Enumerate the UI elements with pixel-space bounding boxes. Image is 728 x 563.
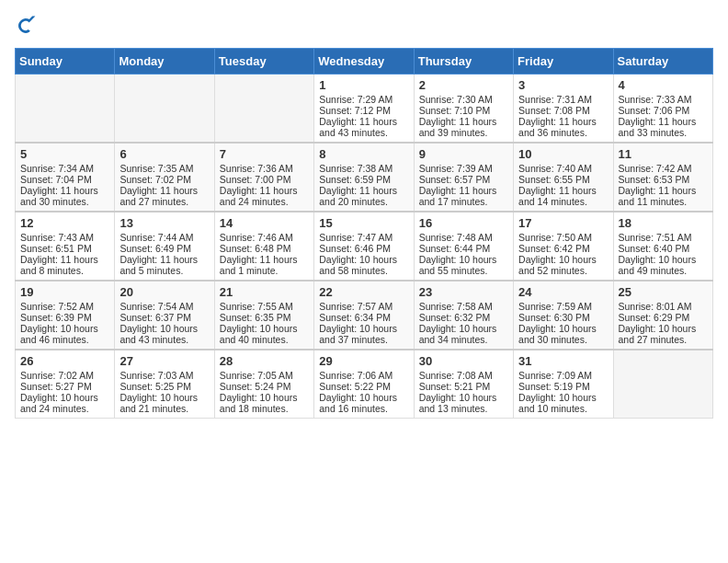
calendar-day-cell: 4Sunrise: 7:33 AMSunset: 7:06 PMDaylight… <box>613 75 712 144</box>
daylight-text: Daylight: 10 hours and 30 minutes. <box>518 323 608 345</box>
day-number: 25 <box>619 285 708 299</box>
page-header <box>15 15 713 37</box>
sunrise-text: Sunrise: 7:48 AM <box>419 232 508 243</box>
sunrise-text: Sunrise: 7:54 AM <box>119 301 209 312</box>
daylight-text: Daylight: 10 hours and 16 minutes. <box>319 392 408 414</box>
sunset-text: Sunset: 5:25 PM <box>119 381 209 392</box>
sunset-text: Sunset: 5:21 PM <box>419 381 508 392</box>
day-number: 2 <box>419 78 508 92</box>
sunset-text: Sunset: 6:29 PM <box>619 312 708 323</box>
sunset-text: Sunset: 6:32 PM <box>419 312 508 323</box>
daylight-text: Daylight: 11 hours and 27 minutes. <box>119 185 209 207</box>
daylight-text: Daylight: 10 hours and 43 minutes. <box>119 323 209 345</box>
day-number: 24 <box>518 285 608 299</box>
daylight-text: Daylight: 10 hours and 37 minutes. <box>319 323 408 345</box>
sunrise-text: Sunrise: 7:34 AM <box>20 163 109 174</box>
day-number: 20 <box>119 285 209 299</box>
sunrise-text: Sunrise: 7:59 AM <box>518 301 608 312</box>
daylight-text: Daylight: 10 hours and 24 minutes. <box>20 392 109 414</box>
sunset-text: Sunset: 6:55 PM <box>518 174 608 185</box>
sunrise-text: Sunrise: 7:02 AM <box>20 370 109 381</box>
daylight-text: Daylight: 11 hours and 30 minutes. <box>20 185 109 207</box>
calendar-day-cell: 3Sunrise: 7:31 AMSunset: 7:08 PMDaylight… <box>514 75 613 144</box>
daylight-text: Daylight: 11 hours and 17 minutes. <box>419 185 508 207</box>
sunset-text: Sunset: 7:04 PM <box>20 174 109 185</box>
sunset-text: Sunset: 6:57 PM <box>419 174 508 185</box>
calendar-week-row: 26Sunrise: 7:02 AMSunset: 5:27 PMDayligh… <box>16 350 713 419</box>
sunset-text: Sunset: 6:30 PM <box>518 312 608 323</box>
sunrise-text: Sunrise: 7:31 AM <box>518 94 608 105</box>
calendar-day-cell: 9Sunrise: 7:39 AMSunset: 6:57 PMDaylight… <box>414 143 513 212</box>
sunset-text: Sunset: 5:24 PM <box>220 381 309 392</box>
daylight-text: Daylight: 10 hours and 55 minutes. <box>419 254 508 276</box>
day-header: Thursday <box>414 49 513 75</box>
day-number: 21 <box>220 285 309 299</box>
sunset-text: Sunset: 6:44 PM <box>419 243 508 254</box>
day-number: 6 <box>119 147 209 161</box>
day-number: 23 <box>419 285 508 299</box>
daylight-text: Daylight: 10 hours and 40 minutes. <box>220 323 309 345</box>
day-number: 14 <box>220 216 309 230</box>
day-number: 5 <box>20 147 109 161</box>
calendar-day-cell: 29Sunrise: 7:06 AMSunset: 5:22 PMDayligh… <box>314 350 414 419</box>
sunrise-text: Sunrise: 7:33 AM <box>619 94 708 105</box>
day-number: 9 <box>419 147 508 161</box>
calendar-day-cell <box>214 75 313 144</box>
sunset-text: Sunset: 7:10 PM <box>419 105 508 116</box>
calendar-header-row: SundayMondayTuesdayWednesdayThursdayFrid… <box>16 49 713 75</box>
sunset-text: Sunset: 6:37 PM <box>119 312 209 323</box>
calendar-day-cell: 28Sunrise: 7:05 AMSunset: 5:24 PMDayligh… <box>214 350 313 419</box>
day-number: 3 <box>518 78 608 92</box>
day-number: 15 <box>319 216 408 230</box>
calendar-day-cell <box>115 75 214 144</box>
calendar-day-cell: 5Sunrise: 7:34 AMSunset: 7:04 PMDaylight… <box>16 143 115 212</box>
day-header: Monday <box>115 49 214 75</box>
calendar-day-cell: 20Sunrise: 7:54 AMSunset: 6:37 PMDayligh… <box>115 281 214 350</box>
day-number: 8 <box>319 147 408 161</box>
sunrise-text: Sunrise: 7:40 AM <box>518 163 608 174</box>
calendar-day-cell <box>613 350 712 419</box>
daylight-text: Daylight: 10 hours and 52 minutes. <box>518 254 608 276</box>
sunset-text: Sunset: 6:59 PM <box>319 174 408 185</box>
daylight-text: Daylight: 11 hours and 11 minutes. <box>619 185 708 207</box>
day-number: 27 <box>119 354 209 368</box>
calendar-day-cell: 11Sunrise: 7:42 AMSunset: 6:53 PMDayligh… <box>613 143 712 212</box>
daylight-text: Daylight: 10 hours and 34 minutes. <box>419 323 508 345</box>
sunset-text: Sunset: 7:06 PM <box>619 105 708 116</box>
calendar-day-cell: 2Sunrise: 7:30 AMSunset: 7:10 PMDaylight… <box>414 75 513 144</box>
sunrise-text: Sunrise: 7:50 AM <box>518 232 608 243</box>
day-number: 30 <box>419 354 508 368</box>
calendar-day-cell: 25Sunrise: 8:01 AMSunset: 6:29 PMDayligh… <box>613 281 712 350</box>
sunrise-text: Sunrise: 7:57 AM <box>319 301 408 312</box>
daylight-text: Daylight: 10 hours and 27 minutes. <box>619 323 708 345</box>
calendar-day-cell: 6Sunrise: 7:35 AMSunset: 7:02 PMDaylight… <box>115 143 214 212</box>
daylight-text: Daylight: 10 hours and 46 minutes. <box>20 323 109 345</box>
calendar-day-cell: 18Sunrise: 7:51 AMSunset: 6:40 PMDayligh… <box>613 212 712 281</box>
sunrise-text: Sunrise: 7:51 AM <box>619 232 708 243</box>
daylight-text: Daylight: 10 hours and 13 minutes. <box>419 392 508 414</box>
calendar-week-row: 1Sunrise: 7:29 AMSunset: 7:12 PMDaylight… <box>16 75 713 144</box>
sunset-text: Sunset: 6:46 PM <box>319 243 408 254</box>
daylight-text: Daylight: 11 hours and 5 minutes. <box>119 254 209 276</box>
sunrise-text: Sunrise: 7:36 AM <box>220 163 309 174</box>
sunset-text: Sunset: 6:42 PM <box>518 243 608 254</box>
sunrise-text: Sunrise: 8:01 AM <box>619 301 708 312</box>
sunrise-text: Sunrise: 7:43 AM <box>20 232 109 243</box>
sunrise-text: Sunrise: 7:09 AM <box>518 370 608 381</box>
sunrise-text: Sunrise: 7:05 AM <box>220 370 309 381</box>
sunset-text: Sunset: 6:49 PM <box>119 243 209 254</box>
sunrise-text: Sunrise: 7:42 AM <box>619 163 708 174</box>
day-number: 11 <box>619 147 708 161</box>
calendar-week-row: 5Sunrise: 7:34 AMSunset: 7:04 PMDaylight… <box>16 143 713 212</box>
calendar-day-cell: 14Sunrise: 7:46 AMSunset: 6:48 PMDayligh… <box>214 212 313 281</box>
daylight-text: Daylight: 10 hours and 49 minutes. <box>619 254 708 276</box>
logo <box>15 15 40 37</box>
day-number: 12 <box>20 216 109 230</box>
sunset-text: Sunset: 7:08 PM <box>518 105 608 116</box>
day-number: 29 <box>319 354 408 368</box>
day-number: 7 <box>220 147 309 161</box>
day-number: 31 <box>518 354 608 368</box>
calendar-day-cell: 12Sunrise: 7:43 AMSunset: 6:51 PMDayligh… <box>16 212 115 281</box>
day-header: Friday <box>514 49 613 75</box>
calendar-day-cell: 30Sunrise: 7:08 AMSunset: 5:21 PMDayligh… <box>414 350 513 419</box>
